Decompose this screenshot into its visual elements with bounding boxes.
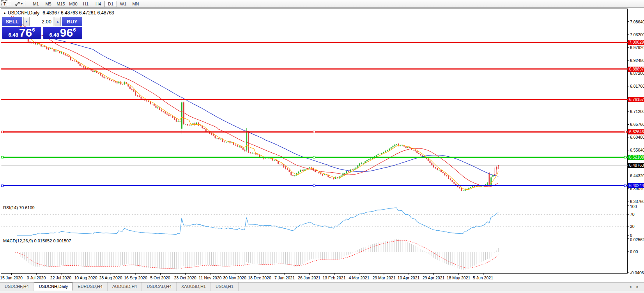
chart-tab-bar: USDCHF,H4USDCNH,DailyEURUSD,H4AUDUSD,H4U…	[0, 282, 644, 291]
macd-indicator-label: MACD(12,26,9) 0.015652 0.001507	[3, 238, 71, 243]
date-axis-label: 15 Jun 2020	[0, 275, 29, 280]
buy-price-prefix: 6.48	[50, 32, 59, 37]
date-axis-label: 5 Jun 2021	[465, 275, 501, 280]
level-line-handle[interactable]	[313, 131, 315, 133]
date-axis-label: 22 Jul 2020	[43, 275, 79, 280]
level-line-handle[interactable]	[625, 185, 626, 187]
text-tool-button[interactable]: T	[1, 0, 8, 7]
price-axis-label: 6.39040	[630, 186, 644, 191]
date-axis-label: 7 Jan 2021	[267, 275, 303, 280]
date-axis-label: 26 Jan 2021	[291, 275, 327, 280]
macd-axis-label: 0.025623	[630, 237, 644, 242]
date-axis-label: 18 May 2021	[441, 275, 476, 280]
timeframe-bar: M1M5M15M30H1H4D1W1MN	[30, 1, 142, 7]
level-line-handle[interactable]	[313, 156, 315, 158]
timeframe-h4[interactable]: H4	[92, 1, 104, 7]
date-axis-label: 18 Dec 2020	[242, 275, 278, 280]
current-price-tag: 6.48763	[628, 163, 644, 168]
date-axis-label: 11 Nov 2020	[192, 275, 228, 280]
ohlc-values: 6.48367 6.48763 6.47261 6.48763	[42, 10, 114, 16]
chart-tab-audusd[interactable]: AUDUSD,H4	[108, 282, 142, 291]
price-level-tag: 6.76157	[628, 97, 644, 102]
volume-input[interactable]	[31, 17, 53, 26]
level-line-handle[interactable]	[2, 185, 4, 187]
date-axis-label: 10 Apr 2021	[391, 275, 426, 280]
date-axis-label: 23 Oct 2020	[167, 275, 203, 280]
volume-decrease-button[interactable]: ▼	[23, 17, 30, 26]
date-axis-label: 28 Aug 2020	[93, 275, 129, 280]
timeframe-m5[interactable]: M5	[42, 1, 55, 7]
status-bar	[0, 291, 644, 293]
sell-price-prefix: 6.48	[9, 32, 18, 37]
diagonal-arrows-icon	[15, 1, 20, 7]
pointer-tools-button[interactable]: ▾	[14, 1, 23, 7]
volume-increase-button[interactable]: ▲	[55, 17, 61, 26]
level-line-handle[interactable]	[313, 185, 315, 187]
macd-axis-label: -0.040687	[630, 270, 644, 275]
timeframe-m15[interactable]: M15	[55, 1, 67, 7]
timeframe-d1[interactable]: D1	[104, 1, 117, 7]
tab-scroll-left-icon[interactable]: ◄	[628, 285, 632, 289]
price-level-tag: 6.40244	[628, 183, 644, 188]
rsi-line	[17, 208, 498, 235]
buy-price-sup: 6	[73, 27, 76, 33]
ma-slow-line	[11, 17, 498, 176]
tab-scroll-right-icon[interactable]: ►	[636, 285, 639, 289]
date-axis-label: 29 Apr 2021	[416, 275, 451, 280]
trade-prices-row: 6.48766 6.48966	[2, 27, 82, 39]
ma-fast-line	[11, 17, 498, 189]
toolbar-grip	[10, 1, 11, 6]
buy-button[interactable]: BUY	[62, 17, 82, 26]
rsi-axis-label: 0	[630, 233, 632, 238]
chart-tab-xauusd[interactable]: XAUUSD,H1	[177, 282, 211, 291]
date-axis-label: 10 Aug 2020	[68, 275, 104, 280]
timeframe-mn[interactable]: MN	[129, 1, 142, 7]
chart-plot-border	[1, 9, 628, 274]
chart-tabs: USDCHF,H4USDCNH,DailyEURUSD,H4AUDUSD,H4U…	[0, 282, 239, 291]
tab-scroll-arrows: ◄ ►	[628, 285, 639, 289]
date-axis-label: 3 Jul 2020	[18, 275, 54, 280]
date-axis-label: 4 Mar 2021	[341, 275, 377, 280]
chart-title: ▲USDCNH,Daily6.48367 6.48763 6.47261 6.4…	[3, 10, 114, 16]
dropdown-caret-icon: ▾	[21, 2, 23, 5]
date-axis-label: 30 Nov 2020	[217, 275, 253, 280]
rsi-axis-label: 30	[630, 224, 635, 229]
price-level-tag: 6.88897	[628, 67, 644, 72]
buy-price-display[interactable]: 6.48966	[43, 27, 82, 39]
axis-overlays: 7.000296.888976.761576.626466.521086.402…	[0, 0, 644, 293]
rsi-indicator-label: RSI(14) 70.6109	[3, 205, 35, 210]
sell-button[interactable]: SELL	[2, 17, 22, 26]
chart-canvas	[0, 0, 644, 293]
sell-price-display[interactable]: 6.48766	[2, 27, 41, 39]
timeframe-m1[interactable]: M1	[30, 1, 42, 7]
price-axis-label: 6.71200	[630, 109, 644, 114]
one-click-trading-panel: SELL ▼ ▲ BUY 6.48766 6.48966	[2, 17, 82, 39]
buy-price-big: 96	[60, 28, 73, 38]
chart-tab-usdcad[interactable]: USDCAD,H4	[142, 282, 177, 291]
price-axis-label: 6.60480	[630, 135, 644, 139]
ma-medium-line	[11, 17, 498, 187]
collapse-triangle-icon[interactable]: ▲	[3, 11, 6, 15]
chart-tab-usdchf[interactable]: USDCHF,H4	[0, 282, 34, 291]
macd-signal-line	[15, 240, 499, 269]
chart-tab-usdcnh[interactable]: USDCNH,Daily	[34, 282, 73, 291]
level-line-handle[interactable]	[625, 156, 626, 158]
level-line-handle[interactable]	[2, 156, 4, 158]
price-level-tag: 6.62646	[628, 129, 644, 134]
toolbar: T ▾ M1M5M15M30H1H4D1W1MN	[0, 0, 644, 8]
macd-axis-label: 0.00	[630, 249, 638, 254]
price-axis-label: 6.55040	[630, 148, 644, 152]
toolbar-grip	[25, 1, 27, 6]
timeframe-m30[interactable]: M30	[67, 1, 80, 7]
chart-tab-usoil[interactable]: USOil,H1	[211, 282, 239, 291]
timeframe-h1[interactable]: H1	[80, 1, 92, 7]
timeframe-w1[interactable]: W1	[117, 1, 129, 7]
sell-price-big: 76	[19, 28, 32, 38]
level-line-handle[interactable]	[2, 131, 4, 133]
date-axis-label: 23 Mar 2021	[366, 275, 402, 280]
price-axis-label: 6.33760	[630, 199, 644, 204]
level-line-handle[interactable]	[625, 131, 626, 133]
chart-tab-eurusd[interactable]: EURUSD,H4	[73, 282, 108, 291]
date-axis-label: 13 Feb 2021	[316, 275, 352, 280]
candlesticks	[11, 16, 499, 191]
